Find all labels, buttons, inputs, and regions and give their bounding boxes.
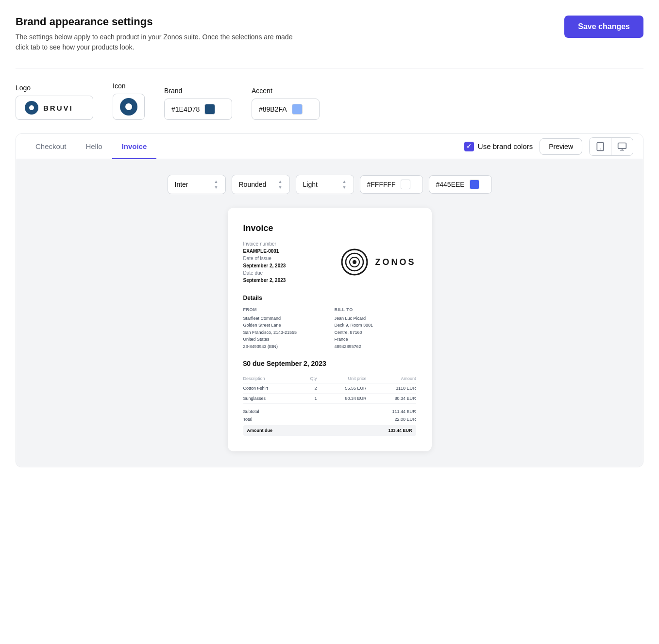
style-select[interactable]: Rounded ▲ ▼ bbox=[232, 175, 290, 194]
page-title: Brand appearance settings bbox=[16, 16, 307, 28]
text-color-control[interactable]: #445EEE bbox=[429, 175, 492, 194]
use-brand-colors-checkbox[interactable] bbox=[464, 142, 474, 151]
row2-unit: 80.34 EUR bbox=[317, 393, 366, 403]
subtotal-value: 111.44 EUR bbox=[392, 409, 416, 414]
tablet-icon bbox=[595, 142, 605, 151]
page-header: Brand appearance settings The settings b… bbox=[16, 16, 643, 52]
invoice-preview: Invoice Invoice number EXAMPLE-0001 Date… bbox=[228, 208, 432, 451]
row2-description: Sunglasses bbox=[243, 393, 301, 403]
invoice-due-label: Date due bbox=[243, 270, 286, 276]
style-value: Rounded bbox=[239, 181, 274, 188]
details-heading: Details bbox=[243, 295, 416, 301]
style-select-arrows: ▲ ▼ bbox=[278, 179, 283, 190]
text-color-value: #445EEE bbox=[436, 181, 465, 188]
tabs-header: Checkout Hello Invoice Use brand colors … bbox=[16, 134, 643, 159]
invoice-number-label: Invoice number bbox=[243, 241, 286, 247]
accent-color-swatch bbox=[292, 104, 303, 115]
preview-button[interactable]: Preview bbox=[540, 138, 582, 155]
icon-display[interactable] bbox=[113, 94, 145, 120]
amount-due-value: 133.44 EUR bbox=[388, 428, 412, 433]
total-label: Total bbox=[243, 417, 253, 422]
icon-badge bbox=[120, 98, 137, 116]
amount-due-label: Amount due bbox=[247, 428, 273, 433]
brand-row: Logo BRUVI Icon Brand #1E4D78 Accent #89… bbox=[16, 82, 643, 120]
table-row: Cotton t-shirt 2 55.55 EUR 3110 EUR bbox=[243, 383, 416, 393]
tab-items: Checkout Hello Invoice bbox=[26, 134, 156, 159]
amount-due-row: Amount due 133.44 EUR bbox=[243, 425, 416, 436]
bg-color-swatch bbox=[401, 180, 410, 189]
tab-content: Inter ▲ ▼ Rounded ▲ ▼ Light ▲ ▼ bbox=[16, 159, 643, 467]
brand-color-value: #1E4D78 bbox=[171, 105, 200, 113]
from-address: Starfleet Command Golden Street Lane San… bbox=[243, 315, 325, 350]
divider bbox=[16, 68, 643, 68]
monitor-icon bbox=[617, 142, 627, 151]
row1-qty: 2 bbox=[301, 383, 317, 393]
invoice-number-value: EXAMPLE-0001 bbox=[243, 248, 286, 254]
logo-text: BRUVI bbox=[43, 104, 73, 112]
table-row: Sunglasses 1 80.34 EUR 80.34 EUR bbox=[243, 393, 416, 403]
brand-color-picker[interactable]: #1E4D78 bbox=[164, 99, 232, 120]
save-button[interactable]: Save changes bbox=[564, 16, 643, 38]
totals-section: Subtotal 111.44 EUR Total 22.00 EUR Amou… bbox=[243, 408, 416, 436]
icon-label: Icon bbox=[113, 82, 145, 90]
from-label: FROM bbox=[243, 307, 325, 312]
row1-description: Cotton t-shirt bbox=[243, 383, 301, 393]
brand-color-label: Brand bbox=[164, 87, 232, 95]
tabs-right: Use brand colors Preview bbox=[464, 137, 633, 156]
tab-invoice[interactable]: Invoice bbox=[112, 134, 157, 159]
accent-color-value: #89B2FA bbox=[259, 105, 287, 113]
total-value: 22.00 EUR bbox=[394, 417, 416, 422]
invoice-meta-left: Invoice number EXAMPLE-0001 Date of issu… bbox=[243, 241, 286, 283]
tablet-view-button[interactable] bbox=[590, 138, 611, 155]
invoice-issue-value: September 2, 2023 bbox=[243, 263, 286, 268]
theme-select[interactable]: Light ▲ ▼ bbox=[296, 175, 354, 194]
tab-checkout[interactable]: Checkout bbox=[26, 134, 76, 159]
row2-amount: 80.34 EUR bbox=[366, 393, 416, 403]
subtotal-label: Subtotal bbox=[243, 409, 259, 414]
text-color-swatch bbox=[470, 180, 479, 189]
invoice-meta: Invoice number EXAMPLE-0001 Date of issu… bbox=[243, 241, 416, 283]
logo-icon bbox=[25, 101, 38, 115]
brand-color-section: Brand #1E4D78 bbox=[164, 87, 232, 120]
bill-row: FROM Starfleet Command Golden Street Lan… bbox=[243, 307, 416, 350]
logo-section: Logo BRUVI bbox=[16, 84, 93, 120]
font-select[interactable]: Inter ▲ ▼ bbox=[168, 175, 226, 194]
tabs-container: Checkout Hello Invoice Use brand colors … bbox=[16, 133, 643, 467]
zonos-logo-text: ZONOS bbox=[375, 257, 416, 267]
svg-rect-2 bbox=[618, 143, 626, 149]
subtotal-row: Subtotal 111.44 EUR bbox=[243, 408, 416, 415]
icon-badge-inner bbox=[125, 103, 132, 110]
controls-row: Inter ▲ ▼ Rounded ▲ ▼ Light ▲ ▼ bbox=[28, 175, 631, 194]
theme-select-arrows: ▲ ▼ bbox=[342, 179, 347, 190]
use-brand-colors-toggle[interactable]: Use brand colors bbox=[464, 142, 533, 151]
use-brand-colors-label: Use brand colors bbox=[478, 142, 533, 150]
header-left: Brand appearance settings The settings b… bbox=[16, 16, 307, 52]
logo-display[interactable]: BRUVI bbox=[16, 96, 93, 120]
zonos-logo-icon bbox=[340, 248, 369, 277]
svg-point-8 bbox=[353, 260, 356, 264]
from-section: FROM Starfleet Command Golden Street Lan… bbox=[243, 307, 325, 350]
invoice-title: Invoice bbox=[243, 223, 416, 233]
col-amount: Amount bbox=[366, 374, 416, 383]
logo-label: Logo bbox=[16, 84, 93, 92]
device-toggle bbox=[589, 137, 633, 156]
font-select-arrows: ▲ ▼ bbox=[214, 179, 219, 190]
row1-amount: 3110 EUR bbox=[366, 383, 416, 393]
col-description: Description bbox=[243, 374, 301, 383]
invoice-logo-area: ZONOS bbox=[340, 241, 416, 283]
svg-rect-0 bbox=[597, 142, 603, 150]
bill-to-address: Jean Luc Picard Deck 9, Room 3801 Centre… bbox=[335, 315, 416, 350]
invoice-due-value: September 2, 2023 bbox=[243, 278, 286, 283]
accent-color-picker[interactable]: #89B2FA bbox=[252, 99, 320, 120]
accent-color-label: Accent bbox=[252, 87, 320, 95]
icon-section: Icon bbox=[113, 82, 145, 120]
font-value: Inter bbox=[175, 181, 210, 188]
bg-color-value: #FFFFFF bbox=[367, 181, 396, 188]
col-unit-price: Unit price bbox=[317, 374, 366, 383]
bg-color-control[interactable]: #FFFFFF bbox=[360, 175, 423, 194]
desktop-view-button[interactable] bbox=[611, 138, 633, 155]
invoice-table: Description Qty Unit price Amount Cotton… bbox=[243, 374, 416, 404]
bill-to-section: BILL TO Jean Luc Picard Deck 9, Room 380… bbox=[335, 307, 416, 350]
col-qty: Qty bbox=[301, 374, 317, 383]
tab-hello[interactable]: Hello bbox=[76, 134, 112, 159]
